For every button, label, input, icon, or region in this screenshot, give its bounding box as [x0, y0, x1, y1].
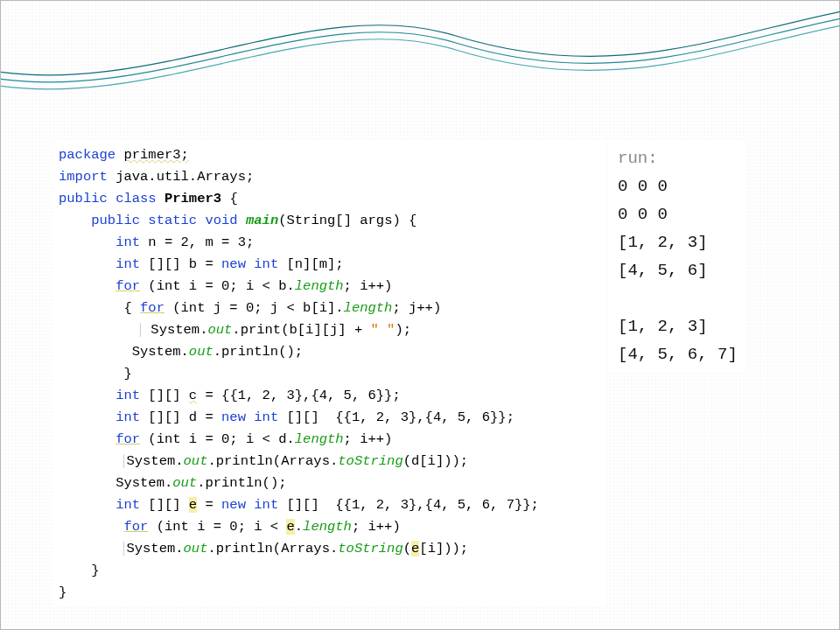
package-name: primer3;	[123, 147, 188, 163]
decorative-wave	[1, 1, 840, 97]
output-line: [1, 2, 3]	[618, 317, 708, 336]
run-label: run:	[618, 149, 658, 168]
class-name: Primer3	[164, 191, 221, 206]
slide: package primer3; import java.util.Arrays…	[0, 0, 840, 630]
keyword-import: import	[59, 169, 108, 185]
output-line: [1, 2, 3]	[618, 233, 708, 252]
keyword-class: class	[116, 191, 157, 206]
keyword-public: public	[59, 191, 108, 206]
keyword-package: package	[59, 147, 116, 163]
output-line: [4, 5, 6]	[618, 261, 708, 280]
output-line: 0 0 0	[618, 205, 668, 224]
output-line: 0 0 0	[618, 177, 668, 196]
import-target: java.util.Arrays;	[116, 169, 254, 185]
main-method: main	[246, 213, 278, 228]
code-pane: package primer3; import java.util.Arrays…	[53, 141, 606, 607]
content-area: package primer3; import java.util.Arrays…	[53, 141, 787, 594]
output-line: [4, 5, 6, 7]	[618, 345, 738, 364]
output-pane: run: 0 0 0 0 0 0 [1, 2, 3] [4, 5, 6] [1,…	[609, 141, 746, 372]
